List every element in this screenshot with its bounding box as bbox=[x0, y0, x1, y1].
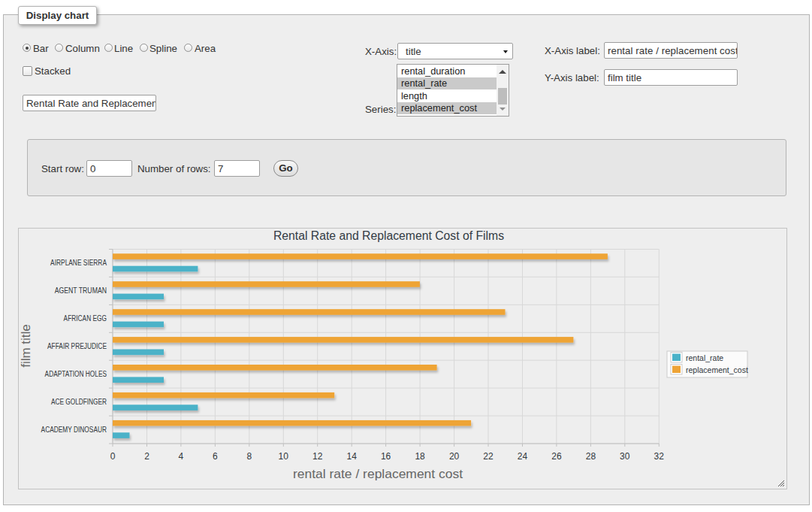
svg-text:20: 20 bbox=[449, 451, 460, 462]
svg-text:14: 14 bbox=[347, 451, 358, 462]
svg-text:26: 26 bbox=[551, 451, 562, 462]
svg-text:6: 6 bbox=[213, 451, 218, 462]
svg-text:Rental Rate and Replacement Co: Rental Rate and Replacement Cost of Film… bbox=[273, 229, 504, 242]
svg-text:12: 12 bbox=[312, 451, 323, 462]
svg-text:28: 28 bbox=[586, 451, 596, 462]
svg-text:replacement_cost: replacement_cost bbox=[686, 365, 748, 374]
svg-text:AFRICAN EGG: AFRICAN EGG bbox=[64, 314, 107, 323]
svg-text:ACE GOLDFINGER: ACE GOLDFINGER bbox=[51, 398, 107, 406]
svg-text:24: 24 bbox=[518, 451, 528, 462]
svg-text:2: 2 bbox=[144, 451, 149, 462]
svg-text:30: 30 bbox=[620, 451, 630, 462]
svg-text:rental rate / replacement cost: rental rate / replacement cost bbox=[293, 467, 463, 481]
svg-text:32: 32 bbox=[654, 451, 665, 462]
svg-text:4: 4 bbox=[179, 451, 184, 462]
svg-text:0: 0 bbox=[110, 451, 116, 462]
svg-text:rental_rate: rental_rate bbox=[686, 353, 723, 362]
svg-text:18: 18 bbox=[415, 451, 425, 462]
svg-text:ADAPTATION HOLES: ADAPTATION HOLES bbox=[45, 370, 107, 378]
svg-text:8: 8 bbox=[246, 451, 252, 462]
svg-text:AGENT TRUMAN: AGENT TRUMAN bbox=[55, 286, 107, 295]
svg-text:10: 10 bbox=[279, 451, 289, 462]
svg-text:ACADEMY DINOSAUR: ACADEMY DINOSAUR bbox=[41, 426, 107, 434]
svg-text:16: 16 bbox=[381, 451, 391, 462]
svg-text:AFFAIR PREJUDICE: AFFAIR PREJUDICE bbox=[47, 342, 107, 350]
svg-text:film title: film title bbox=[19, 324, 33, 368]
svg-text:AIRPLANE SIERRA: AIRPLANE SIERRA bbox=[50, 259, 107, 267]
svg-text:22: 22 bbox=[483, 451, 494, 462]
